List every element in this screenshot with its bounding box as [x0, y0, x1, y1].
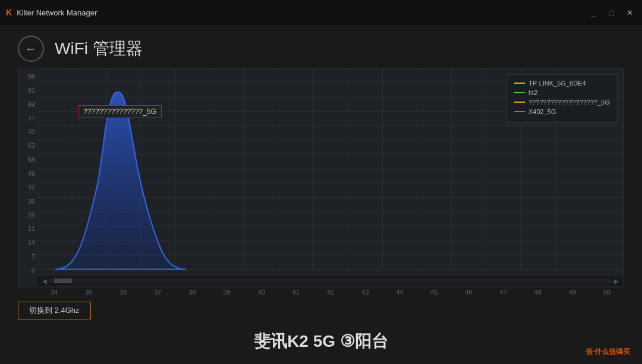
legend-color-4 [514, 111, 525, 112]
chart-area: ???????????????_5G TP-LINK_5G_6DE4 ht2 ?… [37, 68, 624, 287]
maximize-button[interactable]: □ [606, 7, 616, 18]
chart-legend: TP-LINK_5G_6DE4 ht2 ???????????????????_… [506, 74, 618, 123]
y-label-63: 63 [20, 142, 35, 149]
legend-color-2 [514, 92, 525, 93]
x-label-50: 50 [590, 289, 624, 296]
x-label-37: 37 [140, 289, 175, 296]
x-label-45: 45 [417, 289, 451, 296]
legend-label-2: ht2 [528, 89, 537, 96]
x-label-40: 40 [244, 289, 279, 296]
window-controls[interactable]: _ □ ✕ [588, 7, 636, 18]
x-label-43: 43 [348, 289, 382, 296]
legend-label-1: TP-LINK_5G_6DE4 [528, 80, 586, 87]
y-label-70: 70 [20, 128, 35, 135]
x-label-42: 42 [313, 289, 348, 296]
y-label-91: 91 [20, 87, 35, 94]
x-label-44: 44 [382, 289, 417, 296]
x-label-49: 49 [555, 289, 590, 296]
y-label-98: 98 [20, 73, 35, 80]
legend-item-1: TP-LINK_5G_6DE4 [514, 80, 610, 87]
y-label-14: 14 [20, 239, 35, 246]
app-title: Killer Network Manager [17, 8, 97, 17]
titlebar: K Killer Network Manager _ □ ✕ [0, 0, 642, 25]
wifi-chart: 9891847770635649423528211470 [18, 68, 624, 287]
close-button[interactable]: ✕ [624, 7, 636, 18]
current-network-name: 斐讯K2 5G ③阳台 [0, 330, 642, 353]
x-label-41: 41 [279, 289, 313, 296]
minimize-button[interactable]: _ [588, 7, 599, 18]
legend-item-4: X402_5G [514, 108, 610, 115]
y-label-21: 21 [20, 225, 35, 232]
y-label-56: 56 [20, 156, 35, 163]
y-label-0: 0 [20, 267, 35, 274]
y-label-28: 28 [20, 211, 35, 219]
brand-logo: 值·什么值得买 [586, 347, 630, 357]
y-label-7: 7 [20, 253, 35, 260]
killer-logo: K [6, 8, 12, 17]
x-label-34: 34 [37, 289, 71, 296]
titlebar-left: K Killer Network Manager [6, 8, 97, 17]
legend-item-2: ht2 [514, 89, 610, 96]
x-label-48: 48 [521, 289, 555, 296]
button-area: 切换到 2.4Ghz [18, 302, 624, 319]
legend-label-4: X402_5G [528, 108, 556, 115]
y-label-77: 77 [20, 115, 35, 122]
y-label-35: 35 [20, 198, 35, 205]
back-button[interactable]: ← [18, 36, 44, 62]
scroll-left-button[interactable]: ◀ [40, 278, 49, 284]
legend-color-1 [514, 83, 525, 84]
scrollbar-thumb[interactable] [54, 278, 72, 283]
x-label-35: 35 [71, 289, 106, 296]
legend-color-3 [514, 102, 525, 103]
legend-label-3: ???????????????????_5G [528, 99, 610, 106]
y-label-84: 84 [20, 101, 35, 108]
x-label-46: 46 [452, 289, 486, 296]
page-title: WiFi 管理器 [55, 37, 143, 60]
page-header: ← WiFi 管理器 [0, 25, 642, 68]
y-axis: 9891847770635649423528211470 [18, 68, 37, 287]
chart-scrollbar[interactable]: ◀ ▶ [37, 276, 624, 286]
y-label-42: 42 [20, 183, 35, 191]
switch-band-button[interactable]: 切换到 2.4Ghz [18, 302, 91, 319]
legend-item-3: ???????????????????_5G [514, 99, 610, 106]
x-label-36: 36 [106, 289, 140, 296]
scroll-right-button[interactable]: ▶ [612, 278, 621, 284]
x-label-39: 39 [210, 289, 244, 296]
scrollbar-track[interactable] [49, 278, 612, 283]
y-label-49: 49 [20, 170, 35, 177]
x-label-47: 47 [486, 289, 521, 296]
x-axis: 34 35 36 37 38 39 40 41 42 43 44 45 46 4… [37, 287, 624, 296]
x-label-38: 38 [175, 289, 210, 296]
